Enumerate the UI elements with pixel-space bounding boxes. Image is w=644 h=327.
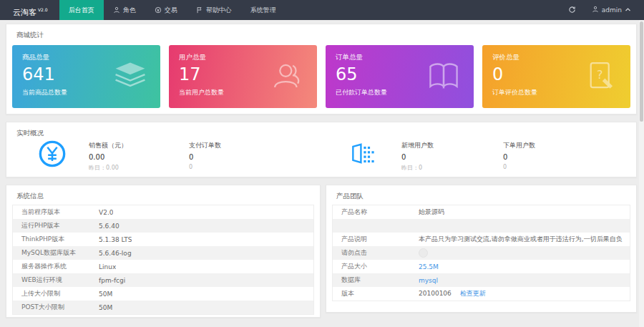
table-row: 服务器操作系统Linux bbox=[13, 260, 313, 273]
table-row: 版本 20100106检查更新 bbox=[333, 287, 630, 301]
table-row: 运行PHP版本5.6.40 bbox=[13, 219, 313, 233]
version-number: 20100106 bbox=[419, 290, 452, 297]
user-icon bbox=[592, 6, 599, 14]
system-info-panel: 系统信息 当前程序版本V2.0 运行PHP版本5.6.40 ThinkPHP版本… bbox=[6, 185, 321, 318]
stat-card-orders: 订单总量 65 已付款订单总数量 bbox=[326, 45, 474, 108]
users-icon bbox=[270, 58, 306, 95]
coin-icon bbox=[155, 6, 162, 14]
table-row: 产品大小25.5M bbox=[333, 260, 630, 273]
layers-icon bbox=[112, 57, 149, 96]
flag-icon bbox=[196, 6, 203, 14]
refresh-icon bbox=[568, 6, 576, 15]
navbar-right: admin bbox=[558, 0, 644, 20]
panel-title: 实时概况 bbox=[6, 122, 636, 138]
product-team-panel: 产品团队 产品名称始景源码 产品说明本产品只为学习测试交流,请勿拿做商业或者用于… bbox=[326, 185, 637, 313]
stat-card-products: 商品总量 641 当前商品总数量 bbox=[12, 45, 160, 108]
panel-title: 商城统计 bbox=[6, 24, 636, 40]
book-icon bbox=[425, 57, 462, 96]
yen-circle-icon bbox=[38, 140, 67, 170]
table-row: 产品名称始景源码 bbox=[333, 205, 630, 219]
table-row: 产品说明本产品只为学习测试交流,请勿拿做商业或者用于违法行为,一切后果自负 bbox=[333, 233, 630, 246]
vertical-scrollbar-thumb[interactable] bbox=[640, 21, 643, 122]
stat-cards-row: 商品总量 641 当前商品总数量 用户总量 17 当前用户总数量 bbox=[12, 45, 630, 108]
table-row: 请勿点击 bbox=[333, 246, 630, 260]
table-row: 数据库mysql bbox=[333, 273, 630, 287]
panel-title: 产品团队 bbox=[326, 185, 636, 201]
svg-text:?: ? bbox=[597, 68, 603, 82]
refresh-button[interactable] bbox=[558, 6, 586, 15]
metric-ordering-users: 下单用户数 0 0 bbox=[503, 141, 535, 170]
top-navbar: 云淘客V2.0 后台首页 角色 交易 帮助中心 系统管理 admin bbox=[0, 0, 644, 20]
menu-item-trade[interactable]: 交易 bbox=[145, 0, 187, 20]
table-row: 当前程序版本V2.0 bbox=[13, 205, 313, 219]
user-icon bbox=[113, 6, 120, 14]
table-row: POST大小限制50M bbox=[13, 301, 313, 314]
metric-paid-orders: 支付订单数 0 0 bbox=[189, 141, 221, 170]
brand-logo: 云淘客V2.0 bbox=[0, 0, 59, 20]
check-update-link[interactable]: 检查更新 bbox=[460, 290, 486, 297]
table-row: WEB运行环境fpm-fcgi bbox=[13, 273, 313, 287]
menu-item-roles[interactable]: 角色 bbox=[104, 0, 145, 20]
panel-title: 系统信息 bbox=[6, 185, 320, 201]
menu-item-dashboard[interactable]: 后台首页 bbox=[59, 0, 104, 20]
system-info-table: 当前程序版本V2.0 运行PHP版本5.6.40 ThinkPHP版本5.1.3… bbox=[12, 205, 314, 315]
vertical-scrollbar-track bbox=[639, 20, 644, 327]
table-row: ThinkPHP版本5.1.38 LTS bbox=[13, 233, 313, 246]
shop-stats-panel: 商城统计 商品总量 641 当前商品总数量 用户总量 17 当前用户总数量 bbox=[6, 24, 637, 114]
metric-new-users: 新增用户数 0 昨日：0 bbox=[401, 141, 434, 172]
menu-item-help-center[interactable]: 帮助中心 bbox=[187, 0, 241, 20]
table-row: 上传大小限制50M bbox=[13, 287, 313, 301]
brand-version: V2.0 bbox=[38, 7, 48, 12]
table-row bbox=[333, 219, 630, 233]
metric-sales: 销售额（元） 0.00 昨日：0.00 bbox=[89, 141, 127, 172]
building-dots-icon bbox=[348, 141, 376, 170]
user-dropdown[interactable]: admin bbox=[586, 6, 637, 14]
username: admin bbox=[602, 6, 622, 14]
disabled-face-icon bbox=[419, 248, 428, 258]
main-menu: 后台首页 角色 交易 帮助中心 系统管理 bbox=[59, 0, 286, 20]
menu-item-system[interactable]: 系统管理 bbox=[241, 0, 286, 20]
database-link[interactable]: mysql bbox=[419, 277, 438, 284]
stat-card-reviews: 评价总量 0 订单评价总数量 ? bbox=[482, 45, 630, 108]
product-size-link[interactable]: 25.5M bbox=[419, 263, 439, 270]
product-team-table: 产品名称始景源码 产品说明本产品只为学习测试交流,请勿拿做商业或者用于违法行为,… bbox=[332, 205, 630, 301]
table-row: MySQL数据库版本5.6.46-log bbox=[13, 246, 313, 260]
review-icon: ? bbox=[583, 58, 619, 95]
chevron-up-icon bbox=[625, 6, 631, 14]
realtime-overview-panel: 实时概况 销售额（元） 0.00 昨日：0.00 支付订单数 0 0 新增用户数… bbox=[6, 122, 637, 177]
stat-card-users: 用户总量 17 当前用户总数量 bbox=[169, 45, 317, 108]
